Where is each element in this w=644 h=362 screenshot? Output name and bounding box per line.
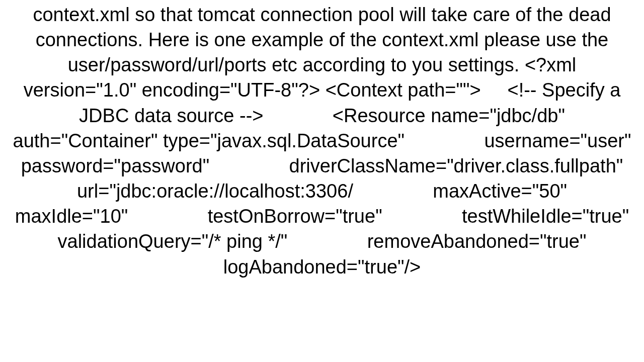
- document-body-text: context.xml so that tomcat connection po…: [0, 0, 644, 280]
